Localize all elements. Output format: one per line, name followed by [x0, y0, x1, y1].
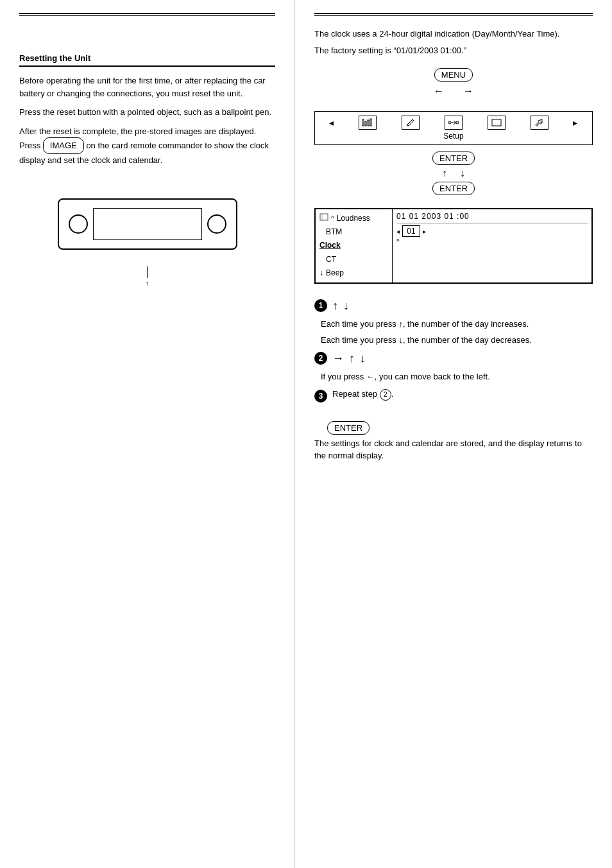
arrow-right-icon: →: [463, 85, 473, 97]
unit-circle-right: [207, 214, 226, 234]
clock-intro1: The clock uses a 24-hour digital indicat…: [314, 28, 593, 40]
step2-right-arrow: →: [332, 352, 344, 365]
car-unit-diagram: ↑: [19, 186, 275, 287]
step2-row: 2 → ↑ ↓: [314, 352, 593, 365]
setup-icon-music: [531, 116, 548, 130]
car-unit-box: [58, 198, 237, 250]
step3-number: 3: [314, 390, 327, 403]
lcd-day-value: 01: [402, 225, 420, 237]
setup-prev-arrow: ◂: [329, 117, 334, 128]
lcd-day-right-arrow: ▸: [423, 228, 426, 235]
enter-button-row3: ENTER: [327, 421, 593, 435]
reset-indicator: ↑: [146, 266, 149, 287]
left-column: Resetting the Unit Before operating the …: [0, 0, 295, 868]
svg-rect-10: [320, 214, 328, 220]
enter-button-3[interactable]: ENTER: [327, 421, 370, 435]
svg-rect-3: [370, 119, 371, 126]
enter-button-row1: ENTER ↑ ↓: [314, 152, 593, 179]
lcd-time-display: 01 01 2003 01 :00: [396, 212, 588, 223]
lcd-menu-list: ^ Loudness BTM Clock CT ↓ Beep: [316, 209, 393, 282]
top-rule-thin-right: [314, 15, 593, 16]
setup-panel: ◂: [314, 111, 593, 145]
step1-row: 1 ↑ ↓: [314, 299, 593, 313]
lcd-day-left-arrow: ◂: [396, 228, 400, 235]
menu-button-row: MENU: [314, 68, 593, 82]
lcd-item-beep: ↓ Beep: [319, 266, 388, 280]
svg-rect-0: [362, 119, 364, 126]
lcd-icon-setup: [319, 213, 328, 225]
lcd-loudness-label: Loudness: [337, 213, 370, 225]
step1-down-arrow: ↓: [343, 299, 349, 313]
arrow-left-icon: ←: [434, 85, 444, 97]
step2-arrows: → ↑ ↓: [332, 352, 366, 365]
setup-icon-blank: [488, 116, 506, 130]
unit-screen: [93, 208, 202, 240]
step2-number: 2: [314, 352, 327, 365]
lcd-item-btm: BTM: [319, 225, 388, 239]
step1-text2: Each time you press ↓, the number of the…: [321, 334, 593, 347]
lcd-caret-up-indicator: ^: [396, 238, 588, 245]
svg-rect-9: [492, 119, 501, 126]
unit-circle-left: [69, 214, 88, 234]
lcd-time-value: 01 01 2003 01 :00: [396, 212, 470, 221]
top-rule-thick-left: [19, 13, 275, 14]
caret-down-label: ↓: [319, 267, 323, 279]
image-button-label: IMAGE: [43, 137, 84, 154]
setup-icon-edit: [402, 116, 420, 130]
top-rule-thin-left: [19, 15, 275, 16]
lcd-right-area: 01 01 2003 01 :00 ◂ 01 ▸ ^: [393, 209, 591, 282]
svg-rect-1: [365, 121, 366, 126]
reset-arrow: ↑: [146, 279, 149, 287]
lr-arrows: ← →: [314, 85, 593, 97]
left-para1: Before operating the unit for the first …: [19, 74, 275, 100]
step3-text: Repeat step 2.: [332, 388, 393, 401]
lcd-day-row: ◂ 01 ▸: [396, 225, 588, 237]
lcd-ct-label: CT: [319, 254, 336, 266]
step3-ref-number: 2: [380, 389, 391, 401]
setup-icon-connect: [445, 116, 463, 130]
clock-intro2: The factory setting is “01/01/2003 01:00…: [314, 44, 593, 57]
svg-rect-2: [368, 120, 369, 126]
caret-up: ^: [331, 214, 334, 224]
step1-text1: Each time you press ↑, the number of the…: [321, 318, 593, 331]
enter-button-2[interactable]: ENTER: [432, 182, 475, 195]
lcd-item-loudness: ^ Loudness: [319, 212, 388, 225]
step2-down-arrow: ↓: [360, 352, 366, 365]
left-para3: After the reset is complete, the pre-sto…: [19, 125, 275, 167]
lcd-item-clock: Clock: [319, 239, 388, 252]
down-arrow-1: ↓: [460, 168, 465, 179]
svg-point-6: [448, 121, 451, 124]
setup-next-arrow: ▸: [573, 117, 577, 128]
step1-arrows: ↑ ↓: [332, 299, 349, 313]
up-arrow-1: ↑: [442, 168, 447, 179]
right-column: The clock uses a 24-hour digital indicat…: [295, 0, 612, 868]
enter-button-1[interactable]: ENTER: [432, 152, 475, 165]
step1-number: 1: [314, 299, 327, 312]
step1-up-arrow: ↑: [332, 299, 338, 313]
lcd-clock-label: Clock: [319, 239, 341, 252]
setup-icons-row: ◂: [320, 116, 587, 130]
reset-line: [147, 266, 148, 278]
step2-up-arrow: ↑: [349, 352, 355, 365]
left-section-title: Resetting the Unit: [19, 53, 90, 63]
setup-icon-eq: [359, 116, 377, 130]
lcd-item-ct: CT: [319, 253, 388, 266]
final-text: The settings for clock and calendar are …: [314, 437, 593, 462]
left-para2: Press the reset button with a pointed ob…: [19, 106, 275, 119]
setup-label: Setup: [320, 132, 587, 141]
lcd-btm-label: BTM: [319, 226, 342, 238]
lcd-beep-label: Beep: [326, 267, 344, 279]
top-rule-thick-right: [314, 13, 593, 14]
menu-button[interactable]: MENU: [434, 68, 473, 82]
lcd-display: ^ Loudness BTM Clock CT ↓ Beep: [314, 208, 593, 284]
step3-row: 3 Repeat step 2.: [314, 388, 593, 404]
enter-button-row2: ENTER: [314, 182, 593, 195]
step2-text: If you press ←, you can move back to the…: [321, 370, 593, 383]
